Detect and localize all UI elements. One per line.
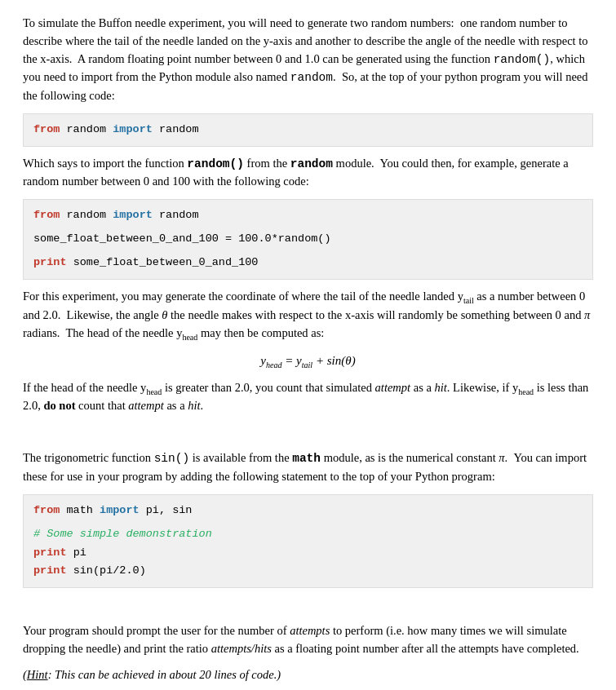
after-formula-paragraph: If the head of the needle yhead is great… — [23, 379, 593, 416]
code-block-1: from random import random — [23, 113, 593, 147]
trig-intro-paragraph: The trigonometric function sin() is avai… — [23, 449, 593, 486]
code-block-3: from math import pi, sin # Some simple d… — [23, 494, 593, 589]
experiment-desc-paragraph: For this experiment, you may generate th… — [23, 288, 593, 343]
prompt-desc-paragraph: Your program should prompt the user for … — [23, 622, 593, 658]
hint-paragraph: (Hint: This can be achieved in about 20 … — [23, 666, 593, 684]
intro-paragraph: To simulate the Buffon needle experiment… — [23, 15, 593, 105]
code-block-2: from random import random some_float_bet… — [23, 199, 593, 280]
after-code1-paragraph: Which says to import the function random… — [23, 155, 593, 192]
formula-display: yhead = ytail + sin(θ) — [23, 352, 593, 371]
